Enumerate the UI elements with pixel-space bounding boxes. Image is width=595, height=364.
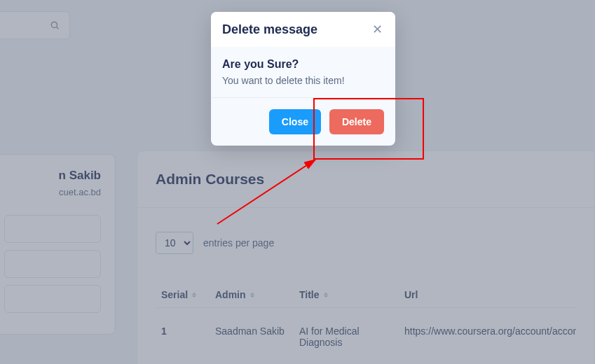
close-button[interactable]: Close	[269, 109, 321, 134]
confirm-heading: Are you Sure?	[222, 58, 384, 71]
modal-header: Delete message ✕	[211, 12, 395, 47]
close-icon[interactable]: ✕	[371, 22, 384, 37]
modal-title: Delete message	[222, 22, 317, 37]
modal-footer: Close Delete	[211, 97, 395, 146]
confirm-subtext: You want to delete this item!	[222, 75, 384, 86]
modal-body: Are you Sure? You want to delete this it…	[211, 47, 395, 97]
delete-modal: Delete message ✕ Are you Sure? You want …	[211, 12, 395, 146]
delete-button[interactable]: Delete	[329, 109, 384, 134]
